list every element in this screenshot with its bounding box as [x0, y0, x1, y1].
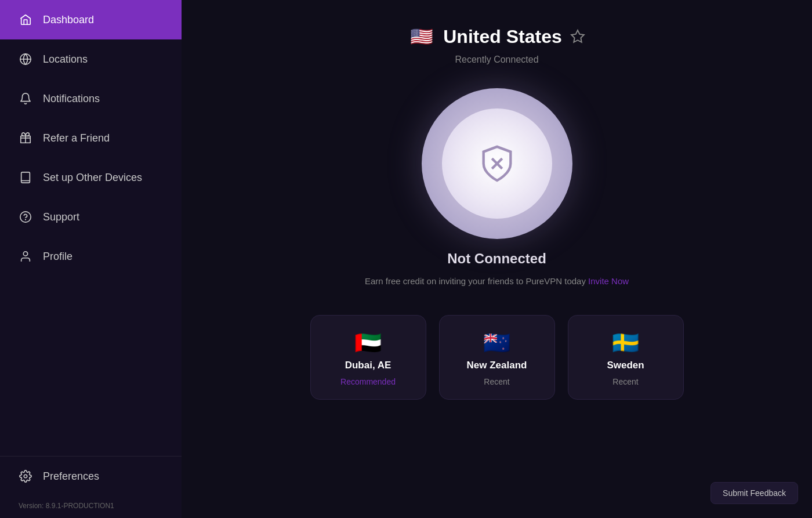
sidebar-item-locations[interactable]: Locations: [0, 39, 182, 79]
sidebar-label-refer: Refer a Friend: [43, 132, 110, 144]
sidebar-item-setup[interactable]: Set up Other Devices: [0, 158, 182, 197]
sidebar-label-preferences: Preferences: [43, 470, 99, 483]
sidebar-item-support[interactable]: Support: [0, 197, 182, 237]
bell-icon: [19, 92, 32, 106]
location-cards: 🇦🇪 Dubai, AE Recommended 🇳🇿 New Zealand …: [310, 315, 684, 400]
submit-feedback-button[interactable]: Submit Feedback: [710, 482, 798, 504]
sidebar: Dashboard Locations Notifications Refer …: [0, 0, 182, 518]
connection-circle-inner: [442, 108, 552, 219]
sidebar-label-setup: Set up Other Devices: [43, 172, 142, 184]
location-card-nz[interactable]: 🇳🇿 New Zealand Recent: [439, 315, 555, 400]
main-content: 🇺🇸 United States Recently Connected: [182, 0, 812, 518]
svg-point-6: [23, 252, 27, 256]
help-circle-icon: [19, 210, 32, 224]
recently-connected-text: Recently Connected: [455, 55, 538, 65]
shield-x-icon: [477, 143, 517, 184]
svg-marker-8: [571, 30, 584, 42]
sidebar-label-profile: Profile: [43, 251, 72, 263]
svg-point-4: [20, 212, 31, 222]
invite-now-link[interactable]: Invite Now: [588, 276, 629, 286]
sidebar-item-profile[interactable]: Profile: [0, 237, 182, 276]
flag-us: 🇺🇸: [408, 23, 435, 50]
connection-circle-wrapper[interactable]: [422, 88, 572, 239]
user-icon: [19, 249, 32, 263]
version-text: Version: 8.9.1-PRODUCTION1: [0, 496, 182, 518]
sidebar-item-notifications[interactable]: Notifications: [0, 79, 182, 118]
connection-circle-outer: [422, 88, 572, 239]
tablet-icon: [19, 171, 32, 184]
star-icon[interactable]: [570, 29, 585, 44]
sidebar-item-preferences[interactable]: Preferences: [0, 457, 182, 496]
globe-icon: [19, 52, 32, 66]
card-status-sweden: Recent: [612, 377, 638, 386]
location-card-dubai[interactable]: 🇦🇪 Dubai, AE Recommended: [310, 315, 426, 400]
gear-icon: [19, 469, 32, 483]
flag-se: 🇸🇪: [612, 332, 639, 354]
card-name-nz: New Zealand: [467, 360, 527, 371]
svg-rect-2: [21, 172, 30, 183]
location-card-sweden[interactable]: 🇸🇪 Sweden Recent: [568, 315, 684, 400]
sidebar-label-dashboard: Dashboard: [43, 14, 94, 26]
home-icon: [19, 13, 32, 27]
sidebar-bottom: Preferences Version: 8.9.1-PRODUCTION1: [0, 456, 182, 518]
flag-nz: 🇳🇿: [483, 332, 510, 354]
invite-text: Earn free credit on inviting your friend…: [365, 276, 629, 286]
sidebar-label-support: Support: [43, 211, 79, 223]
location-name-row: 🇺🇸 United States: [408, 23, 585, 50]
sidebar-label-locations: Locations: [43, 53, 88, 66]
not-connected-text: Not Connected: [447, 251, 546, 267]
flag-ae: 🇦🇪: [354, 332, 382, 354]
sidebar-item-dashboard[interactable]: Dashboard: [0, 0, 182, 39]
svg-point-7: [24, 474, 27, 478]
card-status-dubai: Recommended: [340, 377, 396, 386]
card-name-dubai: Dubai, AE: [345, 360, 392, 371]
location-name: United States: [443, 26, 561, 48]
sidebar-label-notifications: Notifications: [43, 93, 100, 105]
gift-icon: [19, 131, 32, 145]
card-name-sweden: Sweden: [607, 360, 644, 371]
card-status-nz: Recent: [484, 377, 509, 386]
sidebar-item-refer[interactable]: Refer a Friend: [0, 118, 182, 158]
location-header: 🇺🇸 United States Recently Connected: [408, 23, 585, 65]
shield-icon-wrapper: [477, 143, 517, 184]
